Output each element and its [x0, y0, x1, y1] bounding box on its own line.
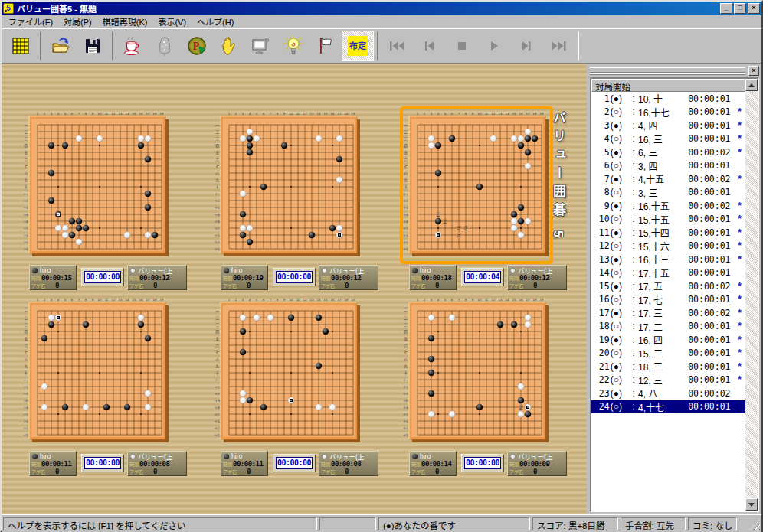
white-stone [336, 177, 342, 183]
board-3-goban[interactable]: 12345678910111213141516171819一二三四五六七八九十十… [403, 109, 550, 258]
move-row-1[interactable]: 1(●):10, 十00:00:01 [591, 92, 745, 106]
captures-label: アゲ石 [31, 468, 45, 475]
computer-hint-button[interactable]: ? [245, 31, 277, 61]
svg-text:五: 五 [25, 337, 28, 341]
move-row-9[interactable]: 9(●):16,十五00:00:02* [591, 199, 745, 213]
move-row-10[interactable]: 10(○):15,十五00:00:01* [591, 213, 745, 227]
move-row-15[interactable]: 15(●):17, 五00:00:02* [591, 279, 745, 293]
svg-text:十: 十 [25, 184, 28, 190]
move-row-20[interactable]: 20(○):15, 三00:00:01* [591, 347, 745, 361]
svg-text:13: 13 [499, 298, 503, 302]
move-row-2[interactable]: 2(○):16,十七00:00:01* [591, 106, 745, 119]
pass-button[interactable]: P [181, 31, 213, 61]
white-stone [240, 191, 246, 197]
minimize-button[interactable]: _ [720, 3, 732, 14]
move-row-22[interactable]: 22(○):12, 三00:00:01* [591, 374, 745, 387]
move-row-16[interactable]: 16(○):17, 七00:00:01* [591, 293, 745, 307]
scroll-up-button[interactable] [745, 79, 758, 91]
resign-flag-button[interactable] [309, 31, 342, 61]
move-row-12[interactable]: 12(○):15,十六00:00:01* [591, 240, 745, 253]
move-row-18[interactable]: 18(○):17, 二00:00:01* [591, 320, 745, 334]
board-3-black-player-panel: hiro時間00:00:18アゲ石0 [409, 265, 457, 290]
move-row-14[interactable]: 14(○):17,十五00:00:01 [591, 266, 745, 280]
scroll-down-button[interactable] [745, 498, 758, 511]
svg-text:15: 15 [512, 112, 516, 116]
move-row-5[interactable]: 5(●): 6, 三00:00:02* [591, 145, 745, 159]
panel-close-button[interactable]: × [748, 66, 759, 76]
black-stone [497, 321, 503, 328]
move-row-11[interactable]: 11(●):15,十四00:00:01* [591, 226, 745, 240]
fuseki-hint-mark[interactable]: 定 [436, 211, 440, 217]
maximize-button[interactable]: □ [734, 3, 746, 14]
black-stone [518, 204, 524, 211]
move-number: 22 [591, 374, 610, 385]
board-1-goban[interactable]: 12345678910111213141516171819一二三四五六七八九十十… [23, 109, 170, 258]
move-row-3[interactable]: 3(●): 4, 四00:00:01* [591, 119, 745, 132]
move-list-scrollbar[interactable] [745, 79, 758, 511]
move-coordinate: 16, 四 [638, 333, 688, 346]
stop-hand-button[interactable] [213, 31, 245, 61]
move-row-19[interactable]: 19(●):16, 四00:00:01* [591, 333, 745, 347]
fuseki-hint-mark[interactable]: 定 [443, 218, 447, 224]
board-4-goban[interactable]: 12345678910111213141516171819一二三四五六七八九十十… [23, 295, 170, 444]
board-5-goban[interactable]: 12345678910111213141516171819一二三四五六七八九十十… [214, 295, 362, 444]
resize-grip[interactable] [749, 520, 760, 530]
fuseki-hint-mark[interactable]: 定 [457, 225, 460, 231]
fuseki-hint-mark[interactable]: 定 [457, 232, 460, 238]
move-row-13[interactable]: 13(●):16,十三00:00:01* [591, 253, 745, 266]
move-row-17[interactable]: 17(●):17, 三00:00:02* [591, 306, 745, 320]
menu-item-0[interactable]: ファイル(F) [3, 15, 58, 28]
black-stone [260, 404, 267, 410]
svg-text:九: 九 [216, 178, 220, 183]
white-stone-icon [510, 268, 516, 273]
move-row-23[interactable]: 23(●): 4, 八00:00:02 [591, 387, 745, 400]
board-1-black-player-panel: hiro時間00:00:15アゲ石0 [29, 265, 77, 290]
save-button[interactable] [77, 31, 109, 61]
fuseki-toggle-button[interactable]: 布定 [342, 31, 374, 61]
svg-text:12: 12 [112, 112, 116, 116]
board-6-goban[interactable]: 12345678910111213141516171819一二三四五六七八九十十… [403, 295, 550, 444]
svg-text:6: 6 [71, 112, 74, 116]
step-back-button[interactable] [414, 31, 446, 61]
menu-item-2[interactable]: 棋譜再現(K) [97, 15, 153, 28]
menu-item-4[interactable]: ヘルプ(H) [192, 15, 239, 28]
move-row-24[interactable]: 24(○): 4,十七00:00:01 [591, 400, 745, 414]
menu-item-1[interactable]: 対局(P) [58, 15, 97, 28]
svg-text:三: 三 [25, 137, 28, 141]
move-row-6[interactable]: 6(○): 3, 四00:00:01 [591, 159, 745, 173]
hint-bulb-button[interactable] [277, 31, 309, 61]
move-row-4[interactable]: 4(○):16, 三00:00:01* [591, 132, 745, 146]
menu-item-3[interactable]: 表示(V) [152, 15, 192, 28]
player-name: hiro [420, 452, 431, 460]
move-list-panel: × 対局開始 1(●):10, 十00:00:012(○):16,十七00:00… [587, 64, 761, 514]
move-row-7[interactable]: 7(●): 4,十五00:00:02* [591, 172, 745, 186]
close-button[interactable]: × [748, 3, 760, 14]
black-stone-icon [412, 268, 418, 273]
move-time: 00:00:01 [688, 361, 738, 372]
stop-button[interactable] [446, 31, 478, 61]
open-button[interactable] [44, 31, 77, 61]
fuseki-hint-mark[interactable]: 定 [519, 404, 522, 410]
svg-text:11: 11 [296, 298, 300, 302]
step-forward-button[interactable] [510, 31, 542, 61]
stone-bag-button[interactable] [149, 31, 181, 61]
new-board-button[interactable] [5, 31, 37, 61]
go-first-button[interactable] [382, 31, 414, 61]
panel-grip[interactable] [590, 67, 745, 73]
board-5-black-player-panel: hiro時間00:00:11アゲ石0 [221, 451, 268, 476]
move-time: 00:00:01 [688, 106, 738, 117]
black-stone [449, 135, 455, 142]
go-last-button[interactable] [542, 31, 575, 61]
white-stone-icon [322, 454, 327, 459]
coffee-break-button[interactable] [116, 31, 149, 61]
svg-text:一: 一 [404, 123, 408, 127]
move-row-8[interactable]: 8(○): 3, 三00:00:01 [591, 186, 745, 200]
board-2-goban[interactable]: 12345678910111213141516171819一二三四五六七八九十十… [214, 109, 362, 258]
fuseki-hint-mark[interactable]: 定 [463, 225, 467, 231]
svg-text:6: 6 [263, 112, 265, 116]
svg-text:十九: 十九 [23, 433, 28, 437]
play-button[interactable] [478, 31, 510, 61]
black-stone [518, 397, 524, 403]
move-row-21[interactable]: 21(●):18, 三00:00:01* [591, 360, 745, 374]
white-stone [518, 411, 524, 417]
